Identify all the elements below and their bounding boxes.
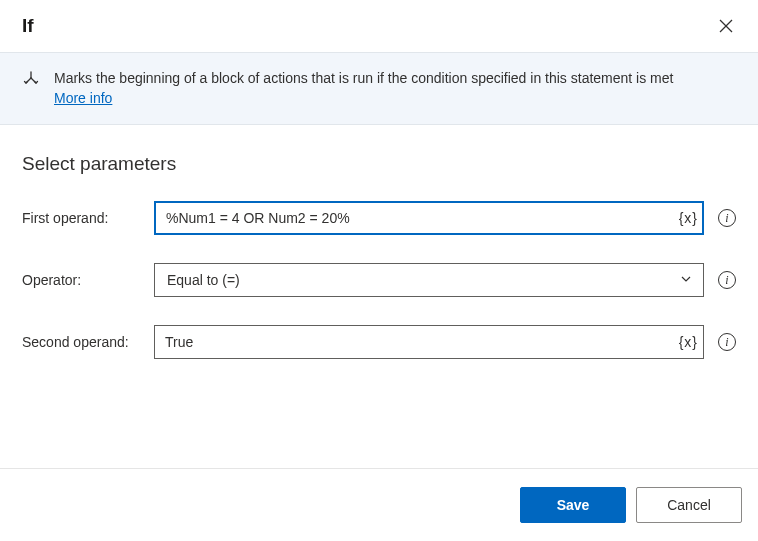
banner-text: Marks the beginning of a block of action…: [54, 69, 673, 108]
variable-picker-button[interactable]: {x}: [679, 210, 698, 226]
close-icon: [718, 18, 734, 34]
section-title: Select parameters: [22, 153, 736, 175]
dialog-title: If: [22, 15, 34, 37]
close-button[interactable]: [714, 14, 738, 38]
operator-row: Operator: Equal to (=) i: [22, 263, 736, 297]
first-operand-row: First operand: {x} i: [22, 201, 736, 235]
operator-wrapper: Equal to (=): [154, 263, 704, 297]
info-banner: Marks the beginning of a block of action…: [0, 52, 758, 125]
operator-label: Operator:: [22, 272, 144, 288]
dialog-footer: Save Cancel: [0, 468, 758, 541]
dialog-content: Select parameters First operand: {x} i O…: [0, 125, 758, 407]
dialog-header: If: [0, 0, 758, 52]
second-operand-label: Second operand:: [22, 334, 144, 350]
more-info-link[interactable]: More info: [54, 90, 112, 106]
first-operand-wrapper: {x}: [154, 201, 704, 235]
save-button[interactable]: Save: [520, 487, 626, 523]
first-operand-label: First operand:: [22, 210, 144, 226]
operator-value: Equal to (=): [167, 272, 240, 288]
branch-icon: [22, 71, 40, 92]
banner-description: Marks the beginning of a block of action…: [54, 70, 673, 86]
second-operand-input[interactable]: [154, 325, 704, 359]
second-operand-wrapper: {x}: [154, 325, 704, 359]
second-operand-row: Second operand: {x} i: [22, 325, 736, 359]
operator-select[interactable]: Equal to (=): [154, 263, 704, 297]
first-operand-input[interactable]: [154, 201, 704, 235]
info-icon[interactable]: i: [718, 271, 736, 289]
cancel-button[interactable]: Cancel: [636, 487, 742, 523]
info-icon[interactable]: i: [718, 333, 736, 351]
info-icon[interactable]: i: [718, 209, 736, 227]
variable-picker-button[interactable]: {x}: [679, 334, 698, 350]
